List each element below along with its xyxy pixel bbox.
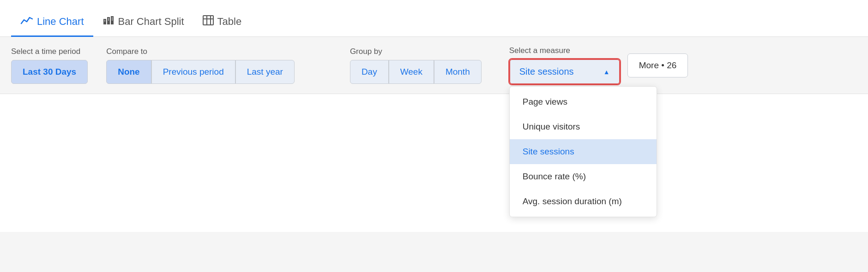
- compare-to-last-year[interactable]: Last year: [235, 60, 295, 84]
- group-by-buttons: Day Week Month: [350, 60, 482, 84]
- chart-area: [0, 94, 868, 232]
- group-by-label: Group by: [350, 47, 482, 56]
- controls-bar: Select a time period Last 30 Days Compar…: [0, 37, 868, 94]
- svg-rect-5: [112, 17, 113, 21]
- measure-group: Select a measure Site sessions ▲ Page vi…: [509, 46, 620, 84]
- measure-label: Select a measure: [509, 46, 620, 55]
- measure-option-unique-visitors[interactable]: Unique visitors: [510, 114, 657, 139]
- compare-to-label: Compare to: [106, 47, 295, 56]
- svg-rect-4: [108, 18, 109, 21]
- measure-option-bounce-rate[interactable]: Bounce rate (%): [510, 164, 657, 189]
- svg-rect-3: [104, 20, 105, 22]
- measure-select-button[interactable]: Site sessions ▲: [509, 59, 620, 84]
- table-icon: [203, 15, 214, 28]
- measure-option-page-views[interactable]: Page views: [510, 89, 657, 114]
- tab-table[interactable]: Table: [193, 15, 251, 37]
- tab-line-chart-label: Line Chart: [37, 16, 84, 28]
- measure-dropdown-arrow: ▲: [603, 68, 610, 76]
- measure-option-site-sessions[interactable]: Site sessions: [510, 139, 657, 164]
- time-period-group: Select a time period Last 30 Days: [11, 47, 88, 84]
- bar-chart-split-icon: [102, 15, 115, 28]
- group-by-day[interactable]: Day: [350, 60, 389, 84]
- time-period-label: Select a time period: [11, 47, 88, 56]
- tab-line-chart[interactable]: Line Chart: [11, 15, 93, 37]
- time-period-last-30-days[interactable]: Last 30 Days: [11, 60, 88, 84]
- compare-to-none[interactable]: None: [106, 60, 151, 84]
- group-by-month[interactable]: Month: [434, 60, 482, 84]
- measure-selected-value: Site sessions: [519, 66, 574, 77]
- measure-option-avg-session-duration[interactable]: Avg. session duration (m): [510, 189, 657, 214]
- group-by-week[interactable]: Week: [389, 60, 434, 84]
- tab-bar: Line Chart Bar Chart Split Table: [0, 0, 868, 37]
- measure-dropdown: Page views Unique visitors Site sessions…: [509, 86, 657, 217]
- compare-to-group: Compare to None Previous period Last yea…: [106, 47, 295, 84]
- group-by-group: Group by Day Week Month: [350, 47, 482, 84]
- line-chart-icon: [20, 15, 33, 28]
- compare-to-buttons: None Previous period Last year: [106, 60, 295, 84]
- tab-table-label: Table: [217, 16, 242, 28]
- svg-rect-6: [203, 16, 213, 25]
- compare-to-previous-period[interactable]: Previous period: [151, 60, 235, 84]
- more-button[interactable]: More • 26: [627, 53, 688, 77]
- tab-bar-chart-split-label: Bar Chart Split: [118, 16, 184, 28]
- time-period-buttons: Last 30 Days: [11, 60, 88, 84]
- tab-bar-chart-split[interactable]: Bar Chart Split: [93, 15, 193, 37]
